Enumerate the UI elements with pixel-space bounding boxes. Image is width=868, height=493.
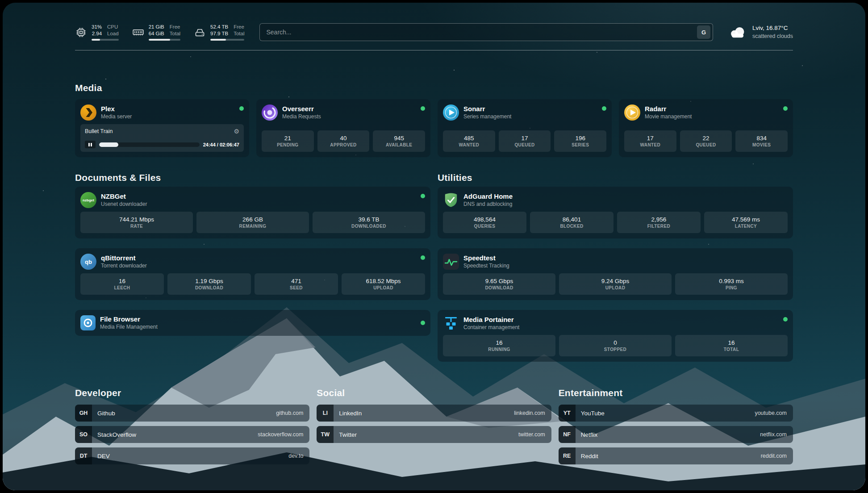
disk-total: 97.9 TB	[210, 30, 228, 37]
ram-free: 21 GiB	[149, 24, 164, 30]
stat-value: 266 GB	[242, 216, 263, 223]
stat-value: 21	[284, 135, 291, 142]
service-desc: Container management	[463, 324, 519, 331]
bookmark-domain: reddit.com	[761, 453, 787, 459]
adguard-card[interactable]: AdGuard Home DNS and adblocking 498,564 …	[438, 187, 793, 238]
stat-label: RATE	[130, 224, 143, 229]
plex-now-playing: Bullet Train ⚙ 24:44 / 02:06:47	[80, 124, 244, 152]
stat-label: WANTED	[640, 142, 660, 147]
stat-label: DOWNLOADED	[351, 224, 386, 229]
service-name: Sonarr	[463, 105, 511, 113]
stat-value: 9.65 Gbps	[485, 278, 513, 284]
service-name: NZBGet	[101, 192, 147, 201]
bookmark-twitter[interactable]: TW Twitter twitter.com	[317, 426, 551, 443]
adguard-icon	[443, 192, 459, 208]
header-divider	[75, 50, 793, 50]
stat-queries: 498,564 QUERIES	[443, 212, 526, 233]
stat-label: DOWNLOAD	[485, 285, 513, 290]
social-section-title: Social	[317, 388, 551, 398]
stat-label: DOWNLOAD	[195, 285, 223, 290]
bookmark-stackoverflow[interactable]: SO StackOverflow stackoverflow.com	[75, 426, 309, 443]
service-name: AdGuard Home	[463, 192, 513, 201]
disk-icon	[194, 26, 206, 38]
status-dot	[239, 106, 244, 111]
stat-pending: 21 PENDING	[262, 130, 314, 152]
qbittorrent-card[interactable]: qb qBittorrent Torrent downloader 16	[75, 248, 430, 300]
filebrowser-card[interactable]: File Browser Media File Management	[75, 310, 430, 336]
bookmark-dev[interactable]: DT DEV dev.to	[75, 447, 309, 464]
bookmark-name: Github	[97, 410, 115, 417]
bookmark-abbr: SO	[75, 426, 92, 443]
sonarr-icon	[443, 104, 459, 121]
service-desc: Media server	[101, 113, 132, 120]
stat-value: 9.24 Gbps	[601, 278, 629, 284]
search-input[interactable]	[266, 29, 697, 36]
plex-card[interactable]: Plex Media server Bullet Train ⚙	[75, 99, 249, 157]
stat-label: SEED	[290, 285, 303, 290]
stat-value: 22	[702, 135, 709, 142]
cpu-percent: 31%	[92, 24, 102, 30]
media-section: Media Plex Media server	[75, 83, 793, 157]
stat-upload: 618.52 Mbps UPLOAD	[342, 273, 425, 295]
stat-label: QUEUED	[514, 142, 534, 147]
overseerr-card[interactable]: Overseerr Media Requests 21 PENDING 40 A…	[256, 99, 430, 157]
speedtest-card[interactable]: Speedtest Speedtest Tracking 9.65 Gbps D…	[438, 248, 793, 300]
cpu-bar	[92, 39, 119, 41]
speedtest-icon	[443, 254, 459, 270]
snow-specks	[3, 3, 4, 4]
disk-bar	[210, 39, 244, 41]
gear-icon[interactable]: ⚙	[234, 128, 239, 135]
top-bar: 31% 2.94 CPU Load	[75, 3, 793, 46]
stat-label: UPLOAD	[605, 285, 626, 290]
portainer-card[interactable]: Media Portainer Container management 16 …	[438, 310, 793, 362]
stat-value: 16	[496, 339, 502, 346]
service-name: File Browser	[100, 315, 158, 324]
service-desc: Media Requests	[282, 113, 321, 120]
playback-progress-bar[interactable]	[99, 142, 200, 147]
weather-widget: Lviv, 16.87°C scattered clouds	[728, 24, 793, 40]
disk-free: 52.4 TB	[210, 24, 228, 30]
bookmark-netflix[interactable]: NF Netflix netflix.com	[559, 426, 793, 443]
stat-movies: 834 MOVIES	[735, 130, 788, 152]
cloud-icon	[728, 25, 747, 39]
bookmark-youtube[interactable]: YT YouTube youtube.com	[559, 405, 793, 422]
stat-ping: 0.993 ms PING	[675, 273, 788, 295]
stat-value: 16	[119, 278, 125, 284]
bookmark-linkedin[interactable]: LI LinkedIn linkedin.com	[317, 405, 551, 422]
disk-total-label: Total	[234, 30, 244, 37]
service-desc: Movie management	[645, 113, 692, 120]
nzbget-card[interactable]: nzbget NZBGet Usenet downloader 744.21 M…	[75, 187, 430, 238]
stat-value: 196	[575, 135, 585, 142]
filebrowser-icon	[80, 315, 96, 330]
stat-value: 0	[613, 339, 617, 346]
pause-button[interactable]	[85, 141, 96, 148]
stat-label: QUERIES	[474, 224, 496, 229]
stat-label: SERIES	[572, 142, 589, 147]
stat-value: 86,401	[563, 216, 581, 223]
ram-free-label: Free	[170, 24, 180, 30]
stat-stopped: 0 STOPPED	[559, 335, 672, 356]
stat-available: 945 AVAILABLE	[373, 130, 425, 152]
stat-label: UPLOAD	[373, 285, 393, 290]
stat-download: 1.19 Gbps DOWNLOAD	[167, 273, 251, 295]
bookmark-reddit[interactable]: RE Reddit reddit.com	[559, 447, 793, 464]
sonarr-card[interactable]: Sonarr Series management 485 WANTED 17 Q…	[438, 99, 612, 157]
bookmark-abbr: TW	[317, 426, 334, 443]
ram-total: 64 GiB	[149, 30, 164, 37]
stat-value: 945	[394, 135, 404, 142]
radarr-card[interactable]: Radarr Movie management 17 WANTED 22 QUE…	[619, 99, 793, 157]
stat-value: 17	[521, 135, 528, 142]
bookmark-abbr: RE	[559, 447, 576, 464]
bookmark-github[interactable]: GH Github github.com	[75, 405, 309, 422]
stat-value: 39.6 TB	[358, 216, 379, 223]
stat-download: 9.65 Gbps DOWNLOAD	[443, 273, 555, 295]
stat-label: MOVIES	[752, 142, 771, 147]
plex-icon	[80, 104, 96, 121]
stat-wanted: 17 WANTED	[624, 130, 676, 152]
entertainment-bookmarks: Entertainment YT YouTube youtube.com NF …	[559, 388, 793, 464]
service-desc: Speedtest Tracking	[463, 263, 509, 269]
nzbget-icon: nzbget	[80, 192, 96, 208]
cpu-load: 2.94	[92, 30, 102, 37]
developer-bookmarks: Developer GH Github github.com SO StackO…	[75, 388, 309, 464]
search-provider-button[interactable]: G	[697, 25, 710, 39]
